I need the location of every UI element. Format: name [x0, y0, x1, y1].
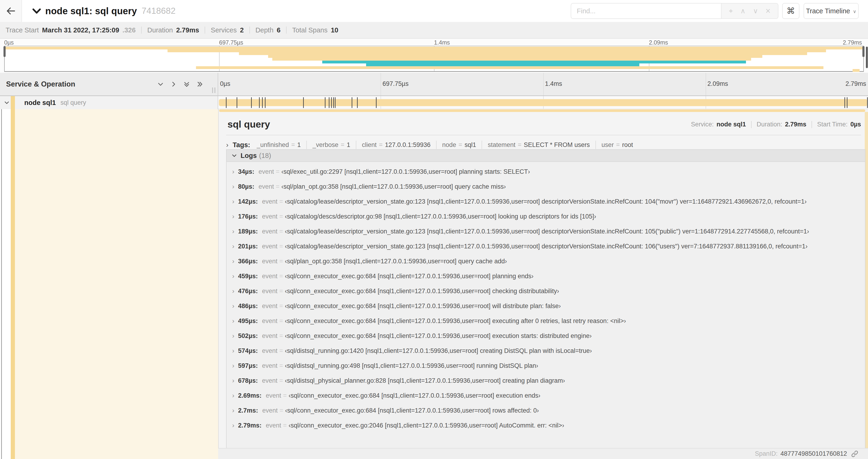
chevron-right-icon: › [232, 213, 234, 220]
collapse-all-icon[interactable] [157, 81, 164, 88]
trace-id: 7418682 [142, 6, 176, 16]
tag-key: statement [488, 141, 516, 149]
log-timestamp: 142µs: [238, 198, 258, 205]
tag-item: client=127.0.0.1:59936 [362, 141, 431, 149]
log-entry[interactable]: ›495µs:event=‹sql/conn_executor_exec.go:… [232, 315, 863, 327]
trace-minimap[interactable]: 0µs697.75µs1.4ms2.09ms2.79ms [0, 39, 868, 73]
log-entry[interactable]: ›459µs:event=‹sql/conn_executor_exec.go:… [232, 270, 863, 282]
span-service-name: node sql1 [24, 99, 56, 107]
log-entry[interactable]: ›142µs:event=‹sql/catalog/lease/descript… [232, 195, 863, 207]
chevron-right-icon: › [232, 272, 234, 280]
log-field-name: event [262, 243, 277, 250]
log-field-name: event [262, 377, 277, 384]
minimap-tick-label: 1.4ms [434, 39, 450, 46]
span-collapse-chevron-icon[interactable] [4, 100, 10, 106]
log-message: ‹sql/conn_executor_exec.go:684 [nsql1,cl… [285, 407, 539, 414]
span-detail-meta: Service:node sql1Duration:2.79msStart Ti… [691, 121, 861, 128]
equals-sign: = [276, 183, 280, 190]
log-message: ‹sql/conn_executor_exec.go:2046 [nsql1,c… [289, 422, 564, 429]
logs-section-toggle[interactable]: Logs (18) [226, 150, 865, 162]
find-clear-icon[interactable]: × [766, 7, 771, 15]
log-entry[interactable]: ›476µs:event=‹sql/conn_executor_exec.go:… [232, 285, 863, 297]
log-entry[interactable]: ›486µs:event=‹sql/conn_executor_exec.go:… [232, 300, 863, 312]
log-marker [226, 97, 226, 108]
log-entry[interactable]: ›80µs:event=‹sql/plan_opt.go:358 [nsql1,… [232, 181, 863, 193]
collapse-deep-icon[interactable] [183, 81, 190, 88]
expand-deep-icon[interactable] [196, 81, 203, 88]
find-prev-icon[interactable]: ∧ [740, 7, 745, 14]
log-timestamp: 34µs: [238, 168, 254, 175]
meta-label: Duration: [757, 121, 782, 128]
chevron-right-icon: › [232, 302, 234, 310]
log-entry[interactable]: ›2.69ms:event=‹sql/conn_executor_exec.go… [232, 390, 863, 402]
log-field-name: event [262, 228, 277, 235]
scrollbar-thumb[interactable] [866, 47, 868, 68]
minimap-span [239, 52, 807, 55]
minimap-left-grip[interactable] [3, 46, 6, 57]
minimap-tick-label: 2.09ms [649, 39, 668, 46]
meta-value: node sql1 [717, 121, 746, 128]
log-marker [325, 97, 326, 108]
column-resize-handle[interactable] [212, 88, 215, 93]
trace-collapse-chevron-icon[interactable] [31, 6, 42, 17]
minimap-span [196, 66, 824, 69]
page-title: node sql1: sql query 7418682 [45, 0, 176, 22]
minimap-graph[interactable] [4, 46, 864, 72]
timeline-tick-label: 0µs [218, 80, 230, 88]
log-entry[interactable]: ›2.79ms:event=‹sql/conn_executor_exec.go… [232, 419, 863, 431]
log-entry[interactable]: ›2.7ms:event=‹sql/conn_executor_exec.go:… [232, 404, 863, 417]
separator [249, 27, 250, 34]
log-marker [352, 97, 352, 108]
log-timestamp: 2.69ms: [238, 392, 261, 399]
keyboard-shortcuts-button[interactable]: ⌘ [782, 3, 799, 19]
equals-sign: = [279, 347, 283, 355]
logs-label: Logs [241, 152, 257, 160]
log-entry[interactable]: ›201µs:event=‹sql/catalog/lease/descript… [232, 240, 863, 252]
deep-link-icon[interactable] [851, 450, 859, 458]
log-timestamp: 2.79ms: [238, 422, 261, 429]
log-timestamp: 459µs: [238, 273, 258, 280]
log-entry[interactable]: ›366µs:event=‹sql/plan_opt.go:358 [nsql1… [232, 255, 863, 267]
minimap-time-axis: 0µs697.75µs1.4ms2.09ms2.79ms [4, 39, 864, 46]
span-row-timeline-cell[interactable] [218, 96, 868, 109]
log-entry[interactable]: ›597µs:event=‹sql/distsql_running.go:498… [232, 360, 863, 372]
span-row-name-cell[interactable]: node sql1 sql query [0, 96, 218, 109]
meta-value: 0µs [850, 121, 861, 128]
summary-value-suffix: .326 [123, 26, 135, 34]
log-entry[interactable]: ›502µs:event=‹sql/conn_executor_exec.go:… [232, 330, 863, 342]
log-entry[interactable]: ›34µs:event=‹sql/exec_util.go:2297 [nsql… [232, 166, 863, 178]
tags-section-toggle[interactable]: › Tags: _unfinished=1_verbose=1client=12… [226, 139, 633, 151]
log-entry[interactable]: ›176µs:event=‹sql/catalog/descs/descript… [232, 210, 863, 223]
minimap-right-grip[interactable] [862, 46, 865, 57]
back-button[interactable] [0, 0, 22, 22]
log-message: ‹sql/conn_executor_exec.go:684 [nsql1,cl… [289, 392, 540, 399]
log-entry[interactable]: ›678µs:event=‹sql/distsql_physical_plann… [232, 374, 863, 387]
find-input[interactable] [571, 3, 721, 19]
tag-value: 1 [297, 141, 301, 149]
trace-summary-item: Depth6 [255, 26, 281, 34]
view-options-dropdown[interactable]: Trace Timeline ∨ [804, 3, 859, 19]
tags-list: _unfinished=1_verbose=1client=127.0.0.1:… [257, 141, 633, 149]
tags-label: Tags: [232, 141, 250, 149]
separator [306, 141, 307, 149]
equals-sign: = [279, 332, 283, 339]
timeline-tick-label: 1.4ms [543, 80, 562, 88]
log-entry[interactable]: ›574µs:event=‹sql/distsql_running.go:142… [232, 345, 863, 357]
focus-crosshair-icon[interactable]: ⌖ [729, 7, 733, 14]
summary-label: Services [211, 26, 237, 34]
summary-label: Total Spans [292, 26, 328, 34]
equals-sign: = [279, 288, 283, 295]
log-message: ‹sql/conn_executor_exec.go:684 [nsql1,cl… [285, 318, 626, 325]
expand-one-icon[interactable] [170, 81, 177, 88]
log-timestamp: 189µs: [238, 228, 258, 235]
equals-sign: = [279, 228, 283, 235]
find-next-icon[interactable]: ∨ [753, 7, 758, 14]
span-duration-bar[interactable] [219, 99, 867, 106]
log-message: ‹sql/conn_executor_exec.go:684 [nsql1,cl… [285, 332, 592, 339]
command-icon: ⌘ [786, 6, 795, 16]
log-field-name: event [262, 318, 277, 325]
collapse-controls [157, 73, 203, 95]
trace-summary-item: Duration2.79ms [147, 26, 199, 34]
chevron-down-icon: ∨ [853, 9, 856, 14]
log-entry[interactable]: ›189µs:event=‹sql/catalog/lease/descript… [232, 225, 863, 237]
